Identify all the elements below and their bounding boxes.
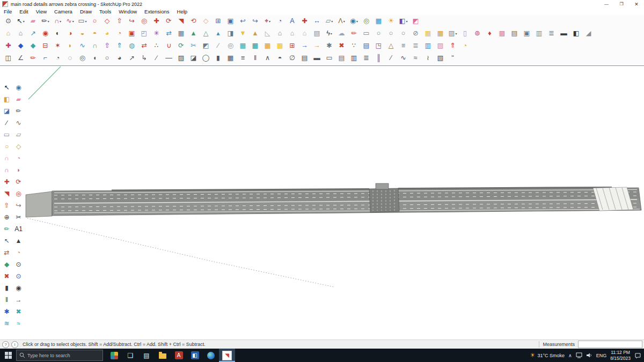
shape-rect-icon[interactable]: ▭ [361, 28, 372, 39]
section-plane-tool[interactable]: ▱▾ [324, 16, 335, 27]
blue-arrow-icon[interactable]: → [299, 41, 310, 51]
joint-push-pull-icon[interactable]: ⇧ [101, 41, 113, 51]
null-icon[interactable]: ∅ [287, 53, 298, 64]
styles-icon-caret[interactable]: ▾ [406, 19, 407, 23]
minimize-button[interactable]: — [599, 0, 614, 8]
walk-tool-caret[interactable]: ▾ [343, 19, 345, 23]
zebra-crossing[interactable] [593, 187, 633, 211]
action-center-icon[interactable] [634, 352, 641, 359]
component-browser-tool[interactable]: ◪ [1, 106, 12, 116]
purge-icon[interactable]: ⟳ [175, 41, 187, 51]
h-line-icon[interactable]: — [163, 53, 174, 64]
move-tool[interactable]: ✚ [151, 16, 162, 27]
laser-icon[interactable]: ⊚ [472, 28, 483, 39]
next-view-tool[interactable]: ↪ [250, 16, 261, 27]
wave-icon[interactable]: ≈ [410, 53, 421, 64]
page-icon[interactable]: ▯ [459, 28, 471, 39]
axes-tool[interactable]: ✚ [299, 16, 310, 27]
frame-icon[interactable]: ▣ [521, 28, 532, 39]
orbit-tool[interactable]: ⟲ [188, 16, 199, 27]
sun-angle-icon[interactable]: ◔ [459, 41, 471, 51]
north-arrow-icon[interactable]: ⇑ [447, 41, 458, 51]
layer-stack-tool[interactable]: ≋ [1, 318, 12, 329]
half-shell-icon[interactable]: ◖ [89, 53, 100, 64]
help-icon[interactable]: ? [2, 341, 9, 348]
menu-edit[interactable]: Edit [16, 9, 32, 14]
language-indicator[interactable]: ENG [596, 353, 607, 358]
add-detail-icon[interactable]: ▲ [250, 28, 261, 39]
component-list-icon[interactable]: ▤ [361, 41, 372, 51]
smoove-icon[interactable]: ▴ [213, 28, 224, 39]
menu-help[interactable]: Help [173, 9, 192, 14]
pages-icon[interactable]: ▥ [533, 28, 545, 39]
dimension-tool[interactable]: ↔ [311, 16, 323, 27]
soften-edges-icon[interactable]: ◔ [114, 28, 125, 39]
solid-union-icon[interactable]: ◑ [64, 28, 76, 39]
solid-subtract-icon[interactable]: ◒ [77, 28, 88, 39]
polygon-tool-left[interactable]: ◇ [13, 141, 24, 152]
dots-tool-icon[interactable]: ∵ [348, 41, 360, 51]
push-pull-tool[interactable]: ⇧ [114, 16, 125, 27]
columns-dark-tool[interactable]: ‖ [1, 294, 12, 305]
road-end-cap[interactable] [26, 191, 52, 217]
sandbox-contours-icon[interactable]: ▲ [188, 28, 199, 39]
sandbox-scratch-icon[interactable]: △ [200, 28, 211, 39]
two-point-arc-tool[interactable]: ∩ [1, 165, 12, 175]
zoom-window-tool[interactable]: ⊞ [213, 16, 224, 27]
stamp-icon[interactable]: ◨ [225, 28, 236, 39]
bar-icon[interactable]: ▮ [213, 53, 224, 64]
house-icon[interactable]: ⌂ [274, 28, 286, 39]
shape-oval-slash-icon[interactable]: ⊘ [410, 28, 421, 39]
shape-oval3-icon[interactable]: ○ [398, 28, 409, 39]
flip-along-icon[interactable]: ⇄ [163, 28, 174, 39]
offset-tool[interactable]: ◎ [138, 16, 150, 27]
scissors-tool[interactable]: ✂ [13, 212, 24, 223]
brick-icon[interactable]: ▤ [336, 53, 347, 64]
taskbar-search-input[interactable]: Type here to search [16, 350, 103, 361]
orange-arrow-icon[interactable]: → [311, 41, 323, 51]
materials-icon[interactable]: ◩ [410, 16, 421, 27]
cols-icon[interactable]: ‖ [250, 53, 261, 64]
arc-tool-left[interactable]: ∩ [1, 153, 12, 164]
stairs-icon[interactable]: ≡ [398, 41, 409, 51]
road-model[interactable] [26, 183, 641, 217]
protractor-tool[interactable]: ◔ [274, 16, 286, 27]
red-grid-icon[interactable]: ⊞ [287, 41, 298, 51]
panel-lines-icon[interactable]: ▥ [348, 53, 360, 64]
zoom-tool-left[interactable]: ⊕ [1, 212, 12, 223]
store-app[interactable]: ▤ [138, 349, 155, 362]
shape-oval2-icon[interactable]: ○ [385, 28, 397, 39]
solid-trim-icon[interactable]: ◓ [89, 28, 100, 39]
scale-box-icon[interactable]: ◳ [373, 41, 384, 51]
select-tool-caret[interactable]: ▾ [23, 19, 25, 23]
swap-red-tool[interactable]: ⇄ [1, 247, 12, 258]
hatch-icon-2[interactable]: ▨ [175, 53, 187, 64]
red-star-icon[interactable]: ✶ [52, 41, 63, 51]
select-alt-tool[interactable]: ↖ [1, 235, 12, 246]
sketch-marker-icon[interactable]: ✏ [348, 28, 360, 39]
bezier-curve-icon[interactable]: ∿ [77, 41, 88, 51]
blue-burst-tool[interactable]: ✱ [1, 306, 12, 317]
clock[interactable]: 11:12 PM 8/15/2023 [610, 350, 631, 360]
task-view-button[interactable]: ❏ [122, 349, 138, 362]
yellow-grid-icon[interactable]: ▦ [274, 41, 286, 51]
text-a1-tool[interactable]: A1 [13, 224, 24, 234]
pie-tool-left[interactable]: ◔ [13, 153, 24, 164]
panel-icon[interactable]: ▥ [422, 41, 434, 51]
select-arrow-tool[interactable]: ↖ [1, 82, 12, 93]
line-tool-left[interactable]: ∕ [1, 117, 12, 128]
grid-tool-icon[interactable]: ▦ [422, 28, 434, 39]
cloud-icon[interactable]: ☁ [336, 28, 347, 39]
array-copy-icon[interactable]: ▦ [175, 28, 187, 39]
start-button[interactable] [0, 349, 16, 362]
mirror-plane-icon[interactable]: ◫ [3, 53, 14, 64]
paint-bucket-tool[interactable]: ◧ [1, 94, 12, 105]
extension-warehouse-icon[interactable]: ⌂ [15, 28, 26, 39]
tape-measure-tool-caret[interactable]: ▾ [269, 19, 270, 23]
round-corner-icon[interactable]: ◗ [64, 41, 76, 51]
push-pull-tool-left[interactable]: ⇧ [1, 200, 12, 211]
median-post[interactable] [376, 183, 389, 189]
position-camera-tool[interactable]: ◎ [361, 16, 372, 27]
floorplan-icon[interactable]: ⌂ [287, 28, 298, 39]
weather-widget[interactable]: ☀ 31°C Smoke [530, 352, 565, 359]
